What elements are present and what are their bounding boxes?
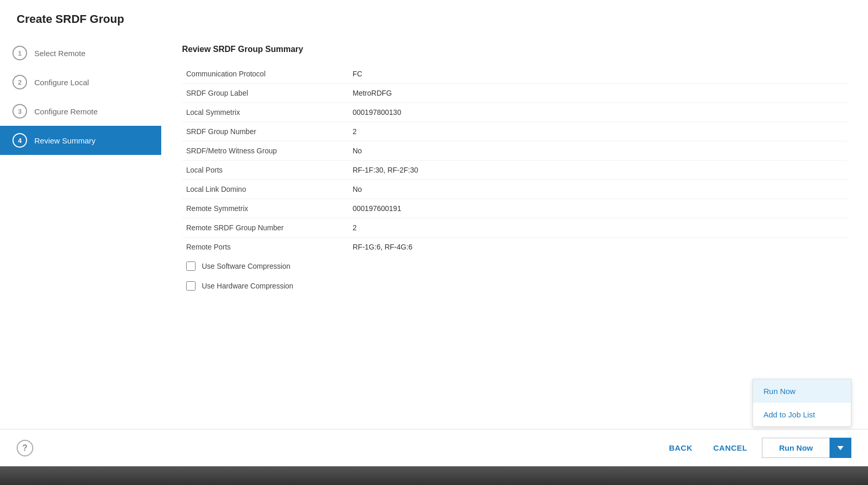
row-value-2: 000197800130: [348, 103, 847, 122]
help-icon[interactable]: ?: [17, 440, 33, 456]
table-row: SRDF/Metro Witness Group No: [182, 141, 847, 161]
table-row: SRDF Group Label MetroRDFG: [182, 84, 847, 103]
row-label-0: Communication Protocol: [182, 64, 348, 84]
row-label-8: Remote SRDF Group Number: [182, 218, 348, 238]
footer-area: ? BACK CANCEL Run Now Run Now Add to Job…: [0, 429, 868, 466]
step-number-3: 3: [12, 104, 27, 119]
row-label-7: Remote Symmetrix: [182, 199, 348, 218]
step-number-1: 1: [12, 46, 27, 60]
chevron-down-icon: [837, 445, 844, 451]
back-button[interactable]: BACK: [663, 439, 698, 456]
table-row: Local Symmetrix 000197800130: [182, 103, 847, 122]
run-dropdown-menu: Run Now Add to Job List: [753, 379, 851, 427]
table-row: SRDF Group Number 2: [182, 122, 847, 141]
sidebar-step-3[interactable]: 3 Configure Remote: [0, 97, 161, 126]
cancel-button[interactable]: CANCEL: [707, 439, 754, 456]
checkbox-row-software-compression: Use Software Compression: [182, 256, 847, 276]
row-label-5: Local Ports: [182, 161, 348, 180]
content-area: Review SRDF Group Summary Communication …: [161, 34, 868, 429]
table-row: Local Link Domino No: [182, 180, 847, 199]
row-label-2: Local Symmetrix: [182, 103, 348, 122]
hardware-compression-checkbox[interactable]: [186, 281, 196, 291]
sidebar: 1 Select Remote 2 Configure Local 3 Conf…: [0, 34, 161, 429]
run-now-menu-item[interactable]: Run Now: [753, 379, 851, 403]
run-button-group: Run Now Run Now Add to Job List: [762, 438, 851, 458]
row-value-9: RF-1G:6, RF-4G:6: [348, 238, 847, 257]
table-row: Local Ports RF-1F:30, RF-2F:30: [182, 161, 847, 180]
table-row: Communication Protocol FC: [182, 64, 847, 84]
table-row: Remote Symmetrix 000197600191: [182, 199, 847, 218]
step-label-1: Select Remote: [34, 49, 85, 58]
step-number-4: 4: [12, 133, 27, 148]
sidebar-step-1[interactable]: 1 Select Remote: [0, 38, 161, 68]
row-label-1: SRDF Group Label: [182, 84, 348, 103]
table-row: Remote SRDF Group Number 2: [182, 218, 847, 238]
software-compression-checkbox[interactable]: [186, 261, 196, 271]
sidebar-step-4[interactable]: 4 Review Summary: [0, 126, 161, 155]
page-container: Create SRDF Group 1 Select Remote 2 Conf…: [0, 0, 868, 485]
sidebar-step-2[interactable]: 2 Configure Local: [0, 68, 161, 97]
row-label-4: SRDF/Metro Witness Group: [182, 141, 348, 161]
table-row: Remote Ports RF-1G:6, RF-4G:6: [182, 238, 847, 257]
step-label-3: Configure Remote: [34, 107, 98, 116]
row-value-1: MetroRDFG: [348, 84, 847, 103]
row-value-8: 2: [348, 218, 847, 238]
row-value-4: No: [348, 141, 847, 161]
add-to-job-menu-item[interactable]: Add to Job List: [753, 403, 851, 426]
row-value-5: RF-1F:30, RF-2F:30: [348, 161, 847, 180]
summary-table: Communication Protocol FC SRDF Group Lab…: [182, 64, 847, 256]
row-label-3: SRDF Group Number: [182, 122, 348, 141]
run-now-button[interactable]: Run Now: [762, 438, 830, 458]
software-compression-label: Use Software Compression: [202, 262, 290, 270]
checkbox-row-hardware-compression: Use Hardware Compression: [182, 276, 847, 296]
run-dropdown-button[interactable]: [830, 438, 851, 458]
row-value-7: 000197600191: [348, 199, 847, 218]
page-title: Create SRDF Group: [0, 0, 868, 34]
main-content: 1 Select Remote 2 Configure Local 3 Conf…: [0, 34, 868, 429]
row-value-3: 2: [348, 122, 847, 141]
row-value-6: No: [348, 180, 847, 199]
hardware-compression-label: Use Hardware Compression: [202, 282, 293, 290]
bottom-bar: [0, 466, 868, 485]
row-value-0: FC: [348, 64, 847, 84]
footer-buttons: BACK CANCEL Run Now Run Now Add to Job L…: [663, 438, 851, 458]
step-number-2: 2: [12, 75, 27, 89]
section-title: Review SRDF Group Summary: [182, 45, 847, 54]
step-label-2: Configure Local: [34, 78, 89, 87]
step-label-4: Review Summary: [34, 136, 96, 145]
row-label-6: Local Link Domino: [182, 180, 348, 199]
row-label-9: Remote Ports: [182, 238, 348, 257]
